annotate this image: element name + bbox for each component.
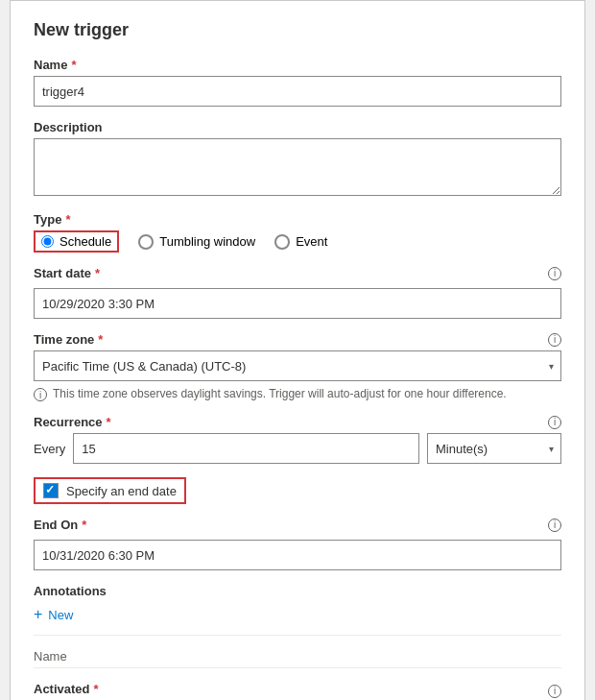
dialog-title: New trigger [34,20,561,40]
recurrence-row: Every Minute(s) Hour(s) Day(s) Week(s) M… [34,433,561,464]
plus-icon: + [34,606,42,623]
recurrence-value-input[interactable] [73,433,419,464]
tumbling-window-label: Tumbling window [159,234,255,249]
name-field-group: Name * [34,58,561,107]
end-on-required: * [82,518,86,532]
start-date-input[interactable] [34,288,561,319]
name-input[interactable] [34,76,561,107]
description-field-group: Description [34,120,561,199]
timezone-select[interactable]: Pacific Time (US & Canada) (UTC-8) [34,350,561,381]
timezone-label: Time zone * [34,332,103,347]
recurrence-unit-select[interactable]: Minute(s) Hour(s) Day(s) Week(s) Month(s… [427,433,561,464]
recurrence-every-label: Every [34,442,65,456]
type-radio-group: Schedule Tumbling window Event [34,230,561,253]
description-label: Description [34,120,561,134]
timezone-field-group: Time zone * i Pacific Time (US & Canada)… [34,332,561,401]
timezone-note-icon: i [34,388,47,401]
name-label: Name * [34,58,561,72]
add-new-label: New [48,608,73,622]
recurrence-label: Recurrence * [34,415,111,429]
schedule-radio[interactable] [41,235,54,248]
tumbling-window-radio-option[interactable]: Tumbling window [138,234,255,250]
activated-required: * [94,682,99,696]
specify-end-date-checkbox[interactable] [43,483,59,498]
end-on-label-row: End On * i [34,518,561,532]
event-radio-option[interactable]: Event [274,234,327,250]
type-label: Type * [34,212,561,227]
type-field-group: Type * Schedule Tumbling window Event [34,212,561,253]
annotations-divider [34,635,561,636]
annotations-section: Annotations + New Name [34,584,561,668]
name-required: * [71,58,76,72]
new-trigger-dialog: New trigger Name * Description Type * Sc… [10,0,585,700]
activated-info-icon: i [548,685,561,698]
activated-label: Activated * [34,682,99,696]
recurrence-label-row: Recurrence * i [34,415,561,429]
event-label: Event [296,234,327,249]
annotations-label: Annotations [34,584,561,598]
end-on-label: End On * [34,518,86,532]
recurrence-unit-select-wrapper: Minute(s) Hour(s) Day(s) Week(s) Month(s… [427,433,561,464]
specify-end-date-group: Specify an end date [34,477,561,504]
activated-section: Activated * i Yes No [34,682,561,700]
type-required: * [65,212,70,227]
schedule-radio-wrapper: Schedule [34,230,119,253]
timezone-info-icon: i [548,333,561,347]
start-date-label-row: Start date * i [34,266,561,280]
recurrence-field-group: Recurrence * i Every Minute(s) Hour(s) D… [34,415,561,464]
end-on-input[interactable] [34,540,561,570]
start-date-required: * [95,266,100,280]
annotations-name-row: Name [34,643,561,668]
recurrence-info-icon: i [548,416,561,429]
timezone-select-wrapper: Pacific Time (US & Canada) (UTC-8) ▾ [34,350,561,381]
schedule-label: Schedule [60,234,111,249]
add-new-annotation-button[interactable]: + New [34,602,73,627]
activated-label-row: Activated * i [34,682,561,700]
event-radio[interactable] [274,234,290,250]
specify-end-date-label: Specify an end date [66,484,177,498]
timezone-required: * [98,332,103,347]
timezone-label-row: Time zone * i [34,332,561,347]
annotations-name-column: Name [34,649,67,664]
start-date-field-group: Start date * i [34,266,561,319]
timezone-note: i This time zone observes daylight savin… [34,387,561,401]
specify-end-date-checkbox-wrapper[interactable]: Specify an end date [34,477,186,504]
end-on-info-icon: i [548,519,561,532]
tumbling-window-radio[interactable] [138,234,154,250]
start-date-label: Start date * [34,266,100,280]
end-on-field-group: End On * i [34,518,561,570]
start-date-info-icon: i [548,267,561,280]
recurrence-required: * [107,415,111,429]
description-input[interactable] [34,138,561,196]
